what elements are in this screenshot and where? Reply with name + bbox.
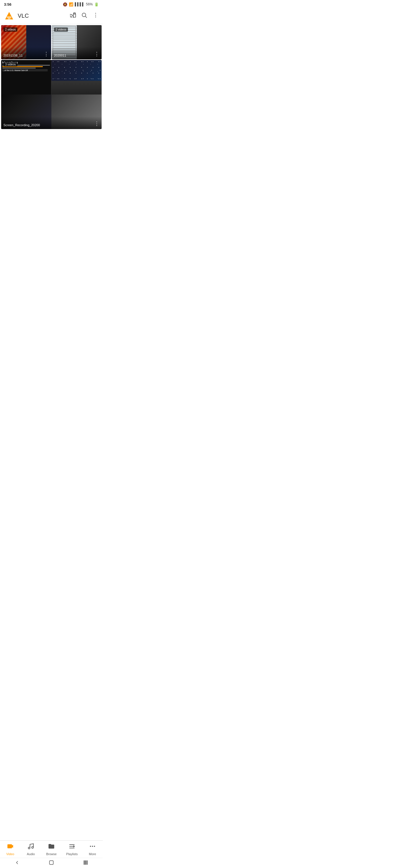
svg-point-7 <box>95 13 96 14</box>
svg-point-5 <box>82 13 86 17</box>
video-title-3: Screen_Recording_20200 <box>3 123 40 127</box>
vlc-logo <box>4 11 14 21</box>
svg-point-8 <box>95 15 96 16</box>
status-bar: 3:56 🔕 📶 ▌▌▌▌ 56% 🔋 <box>0 0 103 8</box>
mute-icon: 🔕 <box>63 2 67 6</box>
video-count-1: 2 videos <box>3 27 18 32</box>
app-title: VLC <box>18 12 70 19</box>
video-more-btn-1[interactable]: ⋮ <box>42 50 50 58</box>
search-button[interactable] <box>81 12 87 20</box>
app-bar: VLC <box>0 8 103 24</box>
video-title-2: 2020011 <box>54 54 66 57</box>
landscape-thumb <box>51 60 102 94</box>
video-more-btn-2[interactable]: ⋮ <box>93 50 100 58</box>
video-card-3[interactable]: bloomberg ...of the U.S. Market Sell-Off <box>1 60 102 129</box>
svg-rect-1 <box>7 17 11 18</box>
video-card-1[interactable]: 2 videos 20191108_11 ⋮ <box>1 25 51 59</box>
status-icons: 🔕 📶 ▌▌▌▌ 56% 🔋 <box>63 2 99 6</box>
wifi-icon: 📶 <box>69 2 73 6</box>
battery-indicator: 56% <box>86 2 93 6</box>
content-spacer <box>0 129 103 243</box>
app-bar-actions <box>70 12 99 20</box>
svg-rect-2 <box>8 18 10 19</box>
svg-point-9 <box>95 17 96 18</box>
signal-icon: ▌▌▌▌ <box>75 2 85 6</box>
video-title-1: 20191108_11 <box>3 54 23 57</box>
overflow-menu-button[interactable] <box>92 12 99 20</box>
video-more-btn-3[interactable]: ⋮ <box>93 120 100 127</box>
video-grid: 2 videos 20191108_11 ⋮ 2 videos 2020011 … <box>0 24 103 129</box>
video-count-3: 3 videos <box>3 62 18 66</box>
battery-icon: 🔋 <box>94 2 99 6</box>
status-time: 3:56 <box>4 2 11 6</box>
video-card-2[interactable]: 2 videos 2020011 ⋮ <box>52 25 102 59</box>
cast-button[interactable] <box>70 12 76 20</box>
video-count-2: 2 videos <box>54 27 68 32</box>
video-title-bar-3: Screen_Recording_20200 <box>1 117 102 129</box>
svg-line-6 <box>85 16 87 18</box>
